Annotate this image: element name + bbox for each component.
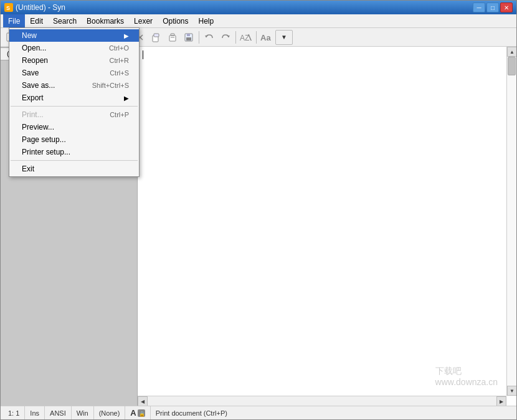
scroll-right-btn[interactable]: ▶: [496, 396, 506, 406]
app-icon: S: [4, 3, 13, 12]
file-menu-dropdown[interactable]: New ▶ Open... Ctrl+O Reopen Ctrl+R Save …: [9, 27, 140, 177]
main-window: S (Untitled) - Syn ─ □ ✕ File Edit Searc…: [0, 0, 517, 420]
scroll-up-btn[interactable]: ▲: [507, 47, 516, 57]
toolbar-format-dropdown[interactable]: ▼: [275, 30, 293, 45]
menu-page-setup[interactable]: Page setup...: [9, 133, 139, 146]
menu-preview[interactable]: Preview...: [9, 121, 139, 133]
toolbar-save-btn[interactable]: [181, 30, 196, 45]
svg-text:Aa: Aa: [260, 33, 271, 42]
horizontal-scrollbar[interactable]: ◀ ▶: [138, 396, 506, 406]
menu-search[interactable]: Search: [48, 14, 82, 27]
toolbar-format-btn[interactable]: Aa: [259, 30, 274, 45]
svg-text:AZ: AZ: [240, 34, 249, 42]
separator-5: [256, 31, 257, 44]
separator-4: [235, 31, 236, 44]
toolbar-undo-btn[interactable]: [202, 30, 217, 45]
scroll-down-btn[interactable]: ▼: [507, 386, 516, 396]
hscroll-track[interactable]: [148, 396, 496, 406]
status-bar: 1: 1 Ins ANSI Win (None) A 🔒 Print docum…: [1, 406, 516, 419]
menu-new[interactable]: New ▶: [9, 29, 139, 42]
minimize-button[interactable]: ─: [473, 2, 485, 12]
toolbar-redo-btn[interactable]: [218, 30, 233, 45]
menu-open[interactable]: Open... Ctrl+O: [9, 42, 139, 54]
title-bar-left: S (Untitled) - Syn: [4, 3, 65, 12]
menu-file[interactable]: File: [3, 14, 25, 27]
svg-rect-19: [187, 34, 190, 36]
scroll-left-btn[interactable]: ◀: [138, 396, 148, 406]
status-position: 1: 1: [3, 406, 25, 419]
status-message: Print document (Ctrl+P): [151, 406, 514, 419]
menu-options[interactable]: Options: [158, 14, 193, 27]
menu-exit[interactable]: Exit: [9, 163, 139, 175]
status-mode: Ins: [25, 406, 45, 419]
menu-export[interactable]: Export ▶: [9, 92, 139, 104]
watermark: 下载吧www.downza.cn: [435, 366, 498, 387]
svg-text:🔒: 🔒: [139, 411, 145, 417]
vertical-scrollbar[interactable]: ▲ ▼: [506, 47, 516, 396]
status-line-ending: Win: [72, 406, 94, 419]
scroll-thumb[interactable]: [508, 57, 516, 75]
svg-rect-18: [186, 37, 191, 41]
menu-edit[interactable]: Edit: [25, 14, 48, 27]
window-title: (Untitled) - Syn: [16, 3, 65, 12]
svg-rect-16: [171, 34, 174, 36]
menu-bookmarks[interactable]: Bookmarks: [82, 14, 129, 27]
separator-3: [199, 31, 199, 44]
svg-rect-13: [154, 34, 159, 37]
menu-print: Print... Ctrl+P: [9, 108, 139, 121]
status-encoding: ANSI: [45, 406, 72, 419]
menu-save[interactable]: Save Ctrl+S: [9, 67, 139, 79]
toolbar-delete-btn[interactable]: [165, 30, 180, 45]
menu-save-as[interactable]: Save as... Shift+Ctrl+S: [9, 79, 139, 92]
toolbar-paste-btn[interactable]: [149, 30, 164, 45]
status-icon: A 🔒: [125, 406, 150, 419]
status-lexer: (None): [94, 406, 126, 419]
menu-bar: File Edit Search Bookmarks Lexer Options…: [1, 14, 516, 28]
toolbar-sort-btn[interactable]: AZ: [239, 30, 254, 45]
menu-reopen[interactable]: Reopen Ctrl+R: [9, 54, 139, 67]
svg-text:S: S: [6, 5, 10, 11]
menu-printer-setup[interactable]: Printer setup...: [9, 146, 139, 158]
menu-help[interactable]: Help: [193, 14, 219, 27]
close-button[interactable]: ✕: [500, 2, 513, 12]
title-bar: S (Untitled) - Syn ─ □ ✕: [1, 1, 516, 14]
separator-exit: [11, 160, 138, 161]
maximize-button[interactable]: □: [486, 2, 499, 12]
title-bar-buttons: ─ □ ✕: [473, 2, 513, 12]
menu-lexer[interactable]: Lexer: [129, 14, 158, 27]
text-cursor: [143, 50, 143, 59]
svg-rect-14: [169, 36, 176, 41]
separator-print: [11, 106, 138, 107]
editor-area[interactable]: ▲ ▼ ◀ ▶ 下载吧www.downza.cn: [138, 47, 516, 406]
scroll-track[interactable]: [507, 57, 516, 386]
